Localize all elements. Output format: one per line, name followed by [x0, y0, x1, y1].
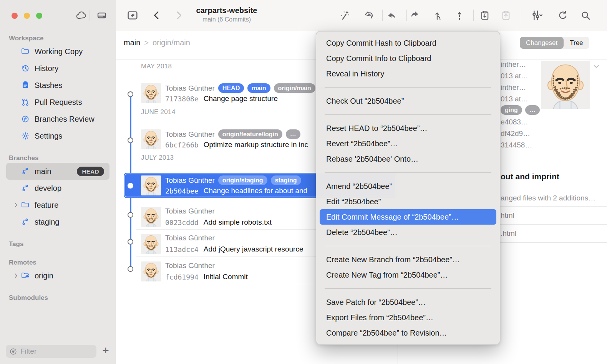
sidebar-item-stashes[interactable]: Stashes: [6, 77, 109, 94]
clipped-detail-text: inther…: [501, 60, 526, 69]
menu-separator: [325, 288, 491, 289]
menu-item-reveal-in-history[interactable]: Reveal in History: [316, 66, 500, 81]
refresh-icon[interactable]: [554, 7, 571, 24]
sidebar-item-main[interactable]: mainHEAD: [6, 163, 109, 180]
menu-item-copy-commit-info-to-clipboard[interactable]: Copy Commit Info to Clipboard: [316, 51, 500, 66]
menu-item-save-patch-for-2b504bee[interactable]: Save Patch for “2b504bee”…: [316, 295, 500, 310]
date-group-header: MAY 2018: [141, 63, 172, 70]
branches-review-icon: [21, 114, 32, 124]
chevron-right-icon[interactable]: [12, 201, 21, 209]
commit-author: Tobias Günther: [165, 130, 215, 139]
push-icon[interactable]: [406, 7, 423, 24]
commit-message-line: 2b504beeChange headlines for about and: [165, 187, 307, 195]
sidebar-section-submodules: Submodules: [0, 293, 116, 303]
gear-icon: [21, 131, 32, 141]
sidebar-item-pull-requests[interactable]: Pull Requests: [6, 94, 109, 111]
cherry-pick-icon[interactable]: [451, 7, 468, 24]
close-button[interactable]: [12, 13, 18, 19]
menu-item-create-new-branch-from-2b504bee[interactable]: Create New Branch from “2b504bee”…: [316, 252, 500, 267]
sidebar-section-tags: Tags: [0, 240, 116, 249]
menu-item-check-out-2b504bee[interactable]: Check Out “2b504bee”: [316, 93, 500, 109]
menu-item-copy-commit-hash-to-clipboard[interactable]: Copy Commit Hash to Clipboard: [316, 35, 500, 51]
commit-hash: fcd61994: [165, 273, 199, 281]
commit-message: Initial Commit: [204, 273, 248, 281]
quick-actions-icon[interactable]: [336, 7, 353, 24]
sidebar-item-feature[interactable]: feature: [6, 197, 109, 213]
minimize-button[interactable]: [24, 13, 30, 19]
breadcrumb-remote[interactable]: origin/main: [153, 38, 190, 47]
drive-icon[interactable]: [93, 7, 110, 24]
filter-icon: [9, 347, 17, 356]
menu-item-revert-2b504bee[interactable]: Revert “2b504bee”…: [316, 136, 500, 151]
timeline-node: [128, 137, 133, 143]
changed-file-row[interactable]: html: [501, 211, 514, 220]
undo-icon[interactable]: [360, 7, 377, 24]
history-icon: [21, 64, 32, 73]
sidebar-item-label: Branches Review: [35, 115, 95, 124]
clipped-hash-text: 314458…: [501, 141, 532, 149]
stash-icon[interactable]: [476, 7, 493, 24]
commit-author: Tobias Günther: [165, 176, 215, 185]
chevron-down-icon[interactable]: [592, 62, 600, 71]
menu-item-amend-2b504bee[interactable]: Amend “2b504bee”: [316, 179, 500, 194]
ref-badge-origin-staging: origin/staging: [218, 175, 267, 185]
ref-badge--: …: [286, 129, 300, 139]
sidebar-item-develop[interactable]: develop: [6, 180, 109, 197]
commit-meta-line: Tobias Güntherorigin/feature/login…: [165, 129, 300, 139]
sidebar-item-staging[interactable]: staging: [6, 213, 109, 230]
sidebar-section-workspace: Workspace: [0, 34, 116, 43]
toolbar-divider: [406, 10, 407, 21]
clipped-detail-text: 013 at…: [501, 72, 528, 80]
ref-badge-staging: staging: [271, 175, 301, 185]
sidebar-item-history[interactable]: History: [6, 60, 109, 77]
commit-message-title: out and imprint: [501, 172, 559, 181]
menu-item-export-files-from-2b504bee[interactable]: Export Files from “2b504bee”…: [316, 310, 500, 325]
pull-icon[interactable]: [383, 7, 400, 24]
changed-file-row[interactable]: .html: [501, 229, 516, 238]
menu-separator: [325, 114, 491, 115]
commit-hash: 0023cddd: [165, 218, 199, 227]
filter-input[interactable]: [6, 345, 96, 358]
commit-message: Change page structure: [204, 94, 278, 103]
menu-item-edit-commit-message-of-2b504bee[interactable]: Edit Commit Message of “2b504bee”…: [320, 209, 496, 225]
menu-item-compare-2b504bee-to-revision[interactable]: Compare “2b504bee” to Revision…: [316, 325, 500, 341]
sidebar-item-label: Working Copy: [35, 47, 83, 56]
menu-item-create-new-tag-from-2b504bee[interactable]: Create New Tag from “2b504bee”…: [316, 267, 500, 283]
forward-icon: [170, 7, 187, 24]
repo-back-icon[interactable]: [124, 7, 141, 24]
chevron-right-icon[interactable]: [12, 272, 21, 280]
sidebar-item-branches-review[interactable]: Branches Review: [6, 111, 109, 127]
breadcrumb-branch[interactable]: main: [124, 38, 140, 47]
commit-message-line: 113adcc4Add jQuery javascript resource: [165, 245, 303, 253]
back-icon[interactable]: [148, 7, 165, 24]
ref-badge-main: main: [247, 83, 270, 93]
zoom-button[interactable]: [36, 13, 42, 19]
commit-meta-line: Tobias GüntherHEADmainorigin/main: [165, 83, 327, 93]
cloud-icon[interactable]: [73, 7, 90, 24]
commit-meta-line: Tobias Günther: [165, 261, 215, 270]
menu-item-edit-2b504bee[interactable]: Edit “2b504bee”: [316, 194, 500, 209]
search-icon[interactable]: [577, 7, 594, 24]
tab-changeset[interactable]: Changeset: [520, 37, 564, 49]
menu-item-rebase-2b504bee-onto[interactable]: Rebase '2b504bee' Onto…: [316, 151, 500, 167]
sidebar-item-label: feature: [35, 201, 58, 210]
sidebar-item-settings[interactable]: Settings: [6, 127, 109, 144]
apply-stash-icon: [498, 7, 514, 24]
sidebar-item-working-copy[interactable]: Working Copy: [6, 43, 109, 60]
clipped-detail-text: inther…: [501, 83, 526, 92]
ref-badge-origin-main: origin/main: [274, 83, 315, 93]
commit-author: Tobias Günther: [165, 261, 215, 270]
menu-item-delete-2b504bee[interactable]: Delete “2b504bee”…: [316, 225, 500, 240]
sidebar-item-label: History: [35, 64, 58, 73]
add-repository-button[interactable]: +: [100, 344, 111, 357]
tab-tree[interactable]: Tree: [564, 37, 589, 49]
sidebar-filter-bar: +: [0, 340, 116, 364]
menu-item-reset-head-to-2b504bee[interactable]: Reset HEAD to “2b504bee”…: [316, 121, 500, 136]
service-filter-icon[interactable]: [528, 7, 545, 24]
avatar: [141, 83, 161, 103]
ref-badge--: …: [525, 105, 540, 115]
commit-message: Optimize markup structure in inc: [204, 141, 308, 149]
avatar: [141, 234, 161, 254]
merge-icon[interactable]: [430, 7, 447, 24]
sidebar-item-origin[interactable]: origin: [6, 267, 109, 284]
